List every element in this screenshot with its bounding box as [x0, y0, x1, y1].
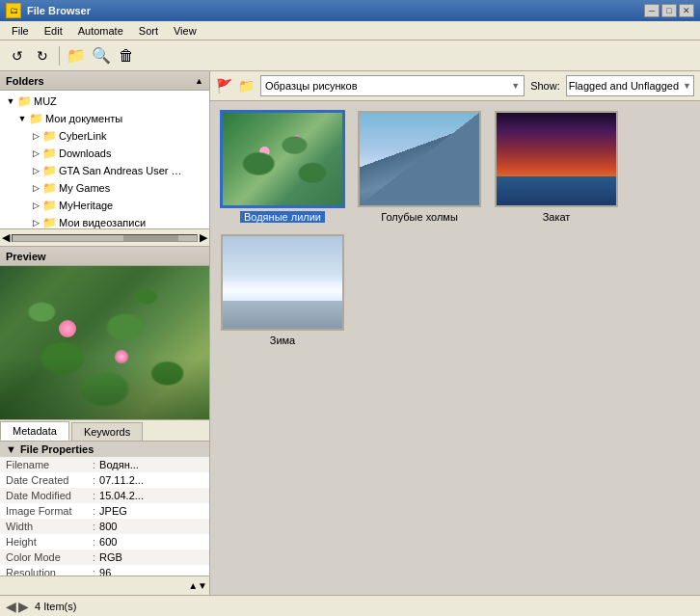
folder-icon-cyberlink: 📁 [42, 129, 57, 143]
search-button[interactable]: 🔍 [90, 44, 113, 67]
forward-button[interactable]: ↻ [31, 44, 54, 67]
expand-icon-downloads: ▷ [29, 148, 42, 158]
main-layout: Folders ▲ ▼ 📁 MUZ ▼ 📁 Мои документы ▷ 📁 [0, 71, 700, 595]
gallery-item-lotus[interactable]: Водяные лилии [220, 111, 345, 223]
thumb-img-mountains [358, 111, 481, 207]
expand-icon-videos: ▷ [29, 218, 42, 228]
folder-tree-hscroll[interactable]: ◀ ▶ [0, 228, 209, 246]
status-nav: ◀ ▶ [6, 599, 29, 614]
thumb-label-winter: Зима [270, 335, 295, 346]
folder-label-mygames: My Games [59, 182, 110, 194]
status-prev-button[interactable]: ◀ [6, 599, 16, 614]
folders-panel: Folders ▲ ▼ 📁 MUZ ▼ 📁 Мои документы ▷ 📁 [0, 71, 209, 247]
expand-icon-mygames: ▷ [29, 183, 42, 193]
meta-label-resolution: Resolution [6, 567, 93, 576]
meta-value-modified: 15.04.2... [99, 490, 144, 501]
expand-icon-muz: ▼ [4, 96, 17, 106]
app-icon: 🗂 [6, 3, 21, 18]
gallery-item-mountains[interactable]: Голубые холмы [357, 111, 482, 223]
preview-header: Preview [0, 247, 209, 266]
back-button[interactable]: ↺ [6, 44, 29, 67]
tree-item-gta[interactable]: ▷ 📁 GTA San Andreas User File [0, 162, 209, 179]
thumb-img-lotus [221, 111, 344, 207]
thumb-img-sunset [495, 111, 618, 207]
maximize-button[interactable]: □ [661, 4, 677, 17]
menu-sort[interactable]: Sort [131, 23, 166, 39]
window-controls: ─ □ ✕ [644, 4, 694, 17]
menu-file[interactable]: File [4, 23, 37, 39]
meta-value-resolution: 96 [99, 567, 111, 576]
tree-item-videos[interactable]: ▷ 📁 Мои видеозаписи [0, 214, 209, 228]
meta-label-format: Image Format [6, 505, 93, 517]
open-folder-button[interactable]: 📁 [65, 44, 88, 67]
gallery-item-sunset[interactable]: Закат [494, 111, 619, 223]
meta-value-height: 600 [99, 536, 117, 548]
tree-item-mygames[interactable]: ▷ 📁 My Games [0, 179, 209, 197]
tree-item-downloads[interactable]: ▷ 📁 Downloads [0, 145, 209, 162]
close-button[interactable]: ✕ [679, 4, 694, 17]
thumb-label-sunset: Закат [543, 211, 571, 223]
folder-label-downloads: Downloads [59, 147, 111, 159]
show-select[interactable]: Flagged and Unflagged ▼ [566, 75, 694, 96]
meta-value-colormode: RGB [99, 551, 122, 563]
meta-row-filename: Filename : Водян... [0, 457, 209, 472]
img-winter [223, 236, 342, 329]
menu-edit[interactable]: Edit [37, 23, 70, 39]
meta-label-modified: Date Modified [6, 490, 93, 501]
meta-value-filename: Водян... [99, 459, 139, 470]
menu-automate[interactable]: Automate [70, 23, 131, 39]
collapse-icon: ▼ [6, 443, 16, 455]
tree-item-myheritage[interactable]: ▷ 📁 MyHeritage [0, 197, 209, 214]
img-mountains [360, 113, 479, 205]
minimize-button[interactable]: ─ [644, 4, 660, 17]
tab-metadata[interactable]: Metadata [0, 421, 69, 441]
address-dropdown[interactable]: ▼ [511, 81, 520, 91]
folder-label-videos: Мои видеозаписи [59, 217, 146, 228]
meta-row-colormode: Color Mode : RGB [0, 549, 209, 565]
status-item-count: 4 Item(s) [35, 601, 694, 612]
gallery-item-winter[interactable]: Зима [220, 234, 345, 346]
folders-collapse-button[interactable]: ▲ [195, 76, 203, 86]
status-next-button[interactable]: ▶ [18, 599, 29, 614]
hscroll-right[interactable]: ▶ [200, 231, 207, 244]
thumb-label-mountains: Голубые холмы [381, 211, 458, 223]
tab-keywords[interactable]: Keywords [71, 422, 143, 441]
folder-icon-videos: 📁 [42, 216, 57, 228]
hscroll-left[interactable]: ◀ [2, 231, 10, 244]
meta-row-height: Height : 600 [0, 534, 209, 549]
folder-tree[interactable]: ▼ 📁 MUZ ▼ 📁 Мои документы ▷ 📁 CyberLink … [0, 91, 209, 228]
meta-value-width: 800 [99, 521, 117, 532]
folder-icon-muz: 📁 [17, 94, 32, 108]
preview-content [0, 266, 209, 419]
expand-icon-gta: ▷ [29, 166, 42, 175]
meta-scroll-down[interactable]: ▼ [198, 580, 207, 591]
meta-value-format: JPEG [99, 505, 127, 517]
metadata-content: ▼ File Properties Filename : Водян... Da… [0, 442, 209, 576]
meta-row-created: Date Created : 07.11.2... [0, 472, 209, 488]
img-lotus [223, 113, 342, 205]
tree-item-cyberlink[interactable]: ▷ 📁 CyberLink [0, 127, 209, 145]
window-title: File Browser [27, 5, 91, 16]
expand-icon-cyberlink: ▷ [29, 131, 42, 141]
address-bar: 🚩 📁 Образцы рисунков ▼ Show: Flagged and… [210, 71, 700, 101]
metadata-tabs: Metadata Keywords [0, 420, 209, 442]
menu-view[interactable]: View [166, 23, 204, 39]
meta-row-resolution: Resolution : 96 [0, 565, 209, 576]
flag-icon: 🚩 [216, 78, 232, 94]
preview-panel: Preview [0, 247, 209, 420]
menu-bar: File Edit Automate Sort View [0, 21, 700, 40]
right-panel: 🚩 📁 Образцы рисунков ▼ Show: Flagged and… [210, 71, 700, 595]
folder-label-muz: MUZ [34, 95, 57, 107]
preview-title: Preview [6, 251, 46, 262]
folder-label-mydocs: Мои документы [45, 113, 122, 124]
title-bar: 🗂 File Browser ─ □ ✕ [0, 0, 700, 21]
preview-image [0, 266, 209, 419]
gallery-area[interactable]: Водяные лилии Голубые холмы Закат Зима [210, 101, 700, 595]
folder-icon-mydocs: 📁 [29, 112, 43, 125]
delete-button[interactable]: 🗑 [115, 44, 138, 67]
meta-scroll-up[interactable]: ▲ [188, 580, 198, 591]
address-input[interactable]: Образцы рисунков ▼ [260, 75, 525, 96]
folder-label-cyberlink: CyberLink [59, 130, 107, 142]
tree-item-muz[interactable]: ▼ 📁 MUZ [0, 93, 209, 110]
tree-item-mydocs[interactable]: ▼ 📁 Мои документы [0, 110, 209, 127]
